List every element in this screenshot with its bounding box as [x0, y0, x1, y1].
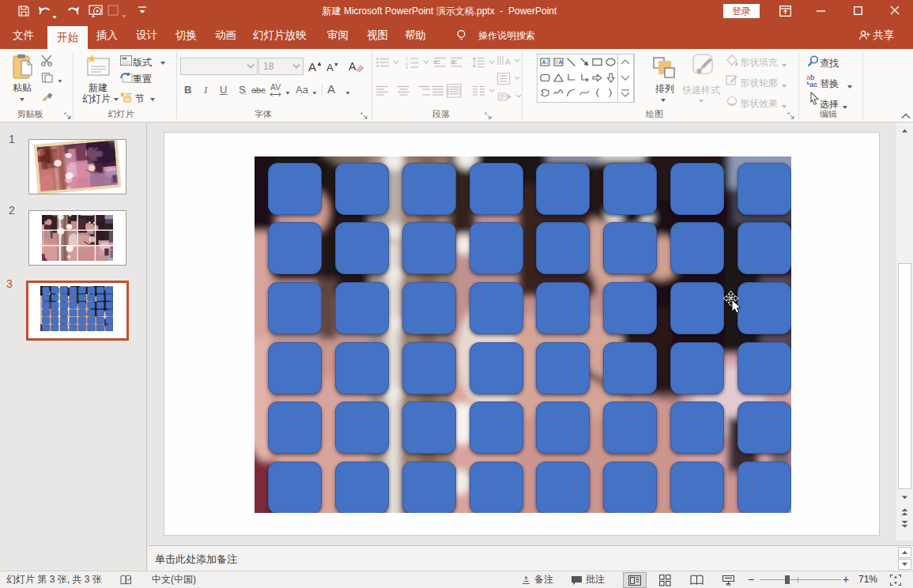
svg-text:A: A [542, 59, 546, 65]
svg-text:3: 3 [406, 65, 408, 69]
svg-text:A: A [505, 58, 511, 66]
svg-text:ac: ac [809, 81, 817, 88]
svg-text:A: A [558, 59, 562, 65]
